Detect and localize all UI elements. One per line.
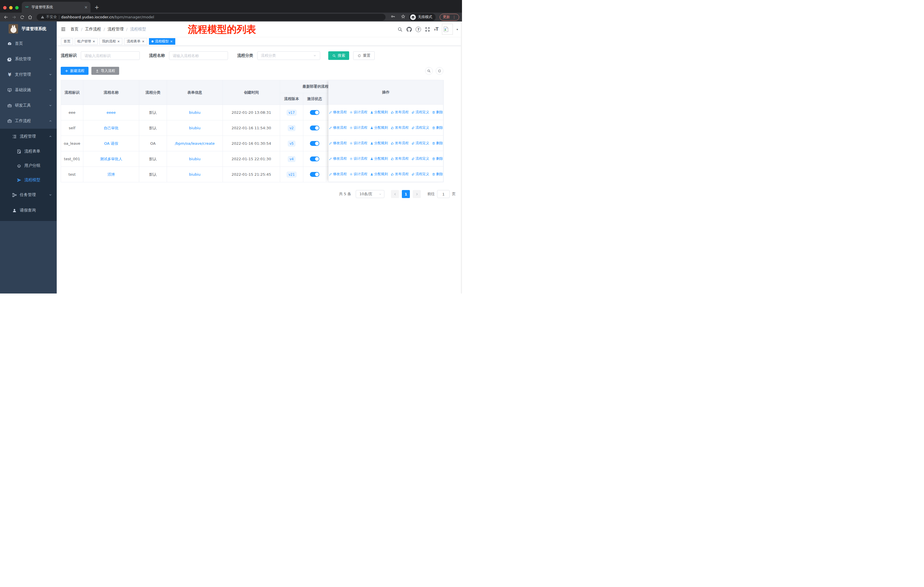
tag-process-model[interactable]: 流程模型 × <box>149 38 175 45</box>
import-process-button[interactable]: 导入流程 <box>91 67 119 75</box>
tag-close-icon[interactable]: × <box>92 40 95 43</box>
breadcrumb-home[interactable]: 首页 <box>71 26 79 32</box>
process-name-link[interactable]: 滔博 <box>107 172 115 177</box>
publish-process-link[interactable]: 发布流程 <box>391 172 409 177</box>
chrome-update-button[interactable]: 更新 ⋮ <box>440 14 459 21</box>
form-info-link[interactable]: biubiu <box>189 126 201 130</box>
process-key-input[interactable] <box>81 51 140 60</box>
sidebar-item-task-mgmt[interactable]: 任务管理 <box>0 187 57 203</box>
sidebar-fold-icon[interactable] <box>61 26 66 32</box>
sidebar-item-infra[interactable]: 基础设施 <box>0 82 57 98</box>
sidebar-item-system[interactable]: 系统管理 <box>0 51 57 67</box>
help-icon[interactable]: ? <box>416 26 421 32</box>
process-category-select[interactable]: 流程分类 <box>257 51 320 60</box>
delete-process-link[interactable]: 删除 <box>432 110 443 115</box>
sidebar-item-process-form[interactable]: 流程表单 <box>0 144 57 159</box>
assign-rule-link[interactable]: 分配规则 <box>370 156 388 161</box>
tag-home[interactable]: 首页 <box>61 38 73 45</box>
sidebar-item-process-mgmt[interactable]: 流程管理 <box>0 129 57 144</box>
publish-process-link[interactable]: 发布流程 <box>391 110 409 115</box>
active-toggle[interactable] <box>310 157 319 161</box>
sidebar-item-user-group[interactable]: 用户分组 <box>0 159 57 173</box>
process-name-link[interactable]: 测试多审批人 <box>100 157 122 161</box>
process-name-link[interactable]: 自己审批 <box>104 126 119 130</box>
assign-rule-link[interactable]: 分配规则 <box>370 125 388 130</box>
publish-process-link[interactable]: 发布流程 <box>391 141 409 146</box>
back-button[interactable] <box>3 14 9 20</box>
tag-close-icon[interactable]: × <box>170 40 173 43</box>
assign-rule-link[interactable]: 分配规则 <box>370 110 388 115</box>
modify-process-link[interactable]: 修改流程 <box>329 141 347 146</box>
tag-close-icon[interactable]: × <box>117 40 120 43</box>
design-process-link[interactable]: 设计流程 <box>350 172 368 177</box>
font-size-icon[interactable]: тT <box>434 26 438 32</box>
delete-process-link[interactable]: 删除 <box>432 156 443 161</box>
process-name-input[interactable] <box>169 51 228 60</box>
process-name-link[interactable]: OA 请假 <box>104 141 118 146</box>
user-avatar[interactable] <box>442 24 453 35</box>
process-definition-link[interactable]: 流程定义 <box>411 156 429 161</box>
browser-menu-icon[interactable]: ⋮ <box>452 15 456 19</box>
process-definition-link[interactable]: 流程定义 <box>411 172 429 177</box>
modify-process-link[interactable]: 修改流程 <box>329 172 347 177</box>
fullscreen-icon[interactable] <box>425 26 430 32</box>
tag-process-form[interactable]: 流程表单 × <box>124 38 147 45</box>
sidebar-item-workflow[interactable]: 工作流程 <box>0 113 57 129</box>
sidebar-item-devtools[interactable]: 研发工具 <box>0 98 57 113</box>
avatar-caret-down-icon[interactable]: ▾ <box>457 28 458 31</box>
version-badge[interactable]: v5 <box>288 141 295 147</box>
active-toggle[interactable] <box>310 110 319 115</box>
version-badge[interactable]: v4 <box>288 156 295 162</box>
current-page-button[interactable]: 1 <box>402 190 410 198</box>
modify-process-link[interactable]: 修改流程 <box>329 156 347 161</box>
home-button[interactable] <box>27 14 33 20</box>
sidebar-item-leave-query[interactable]: 请假查询 <box>0 203 57 218</box>
tag-my-process[interactable]: 我的流程 × <box>99 38 122 45</box>
publish-process-link[interactable]: 发布流程 <box>391 156 409 161</box>
new-tab-button[interactable]: + <box>94 4 99 10</box>
breadcrumb-process-mgmt[interactable]: 流程管理 <box>107 26 124 32</box>
page-scrollbar[interactable] <box>461 21 462 293</box>
delete-process-link[interactable]: 删除 <box>432 125 443 130</box>
modify-process-link[interactable]: 修改流程 <box>329 110 347 115</box>
forward-button[interactable] <box>11 14 17 20</box>
breadcrumb-workflow[interactable]: 工作流程 <box>85 26 101 32</box>
form-info-link[interactable]: /bpm/oa/leave/create <box>175 141 214 146</box>
search-button[interactable]: 搜索 <box>328 51 349 60</box>
browser-tab[interactable]: 芋道管理系统 × <box>22 2 91 13</box>
process-definition-link[interactable]: 流程定义 <box>411 110 429 115</box>
process-definition-link[interactable]: 流程定义 <box>411 141 429 146</box>
bookmark-star-icon[interactable] <box>401 14 406 20</box>
address-bar[interactable]: 不安全 dashboard.yudao.iocoder.cn/bpm/manag… <box>37 14 386 21</box>
modify-process-link[interactable]: 修改流程 <box>329 125 347 130</box>
page-size-select[interactable]: 10条/页 <box>356 190 384 198</box>
version-badge[interactable]: v2 <box>288 125 295 131</box>
version-badge[interactable]: v21 <box>287 172 296 177</box>
form-info-link[interactable]: biubiu <box>189 172 201 177</box>
sidebar-item-process-model[interactable]: 流程模型 <box>0 173 57 187</box>
design-process-link[interactable]: 设计流程 <box>350 110 368 115</box>
delete-process-link[interactable]: 删除 <box>432 141 443 146</box>
process-definition-link[interactable]: 流程定义 <box>411 125 429 130</box>
tag-close-icon[interactable]: × <box>142 40 144 43</box>
reload-button[interactable] <box>19 14 25 20</box>
security-warning[interactable]: 不安全 <box>41 15 57 20</box>
process-name-link[interactable]: eeee <box>107 110 116 115</box>
prev-page-button[interactable] <box>391 190 399 198</box>
tab-close-icon[interactable]: × <box>84 5 87 10</box>
delete-process-link[interactable]: 删除 <box>432 172 443 177</box>
design-process-link[interactable]: 设计流程 <box>350 141 368 146</box>
active-toggle[interactable] <box>310 172 319 177</box>
form-info-link[interactable]: biubiu <box>189 157 201 161</box>
design-process-link[interactable]: 设计流程 <box>350 156 368 161</box>
assign-rule-link[interactable]: 分配规则 <box>370 172 388 177</box>
search-icon[interactable] <box>397 26 403 32</box>
publish-process-link[interactable]: 发布流程 <box>391 125 409 130</box>
maximize-window-button[interactable] <box>15 6 19 10</box>
active-toggle[interactable] <box>310 141 319 146</box>
next-page-button[interactable] <box>413 190 421 198</box>
close-window-button[interactable] <box>3 6 7 10</box>
version-badge[interactable]: v17 <box>287 110 296 116</box>
reset-button[interactable]: 重置 <box>353 51 375 60</box>
sidebar-logo[interactable]: 芋道管理系统 <box>0 21 57 36</box>
